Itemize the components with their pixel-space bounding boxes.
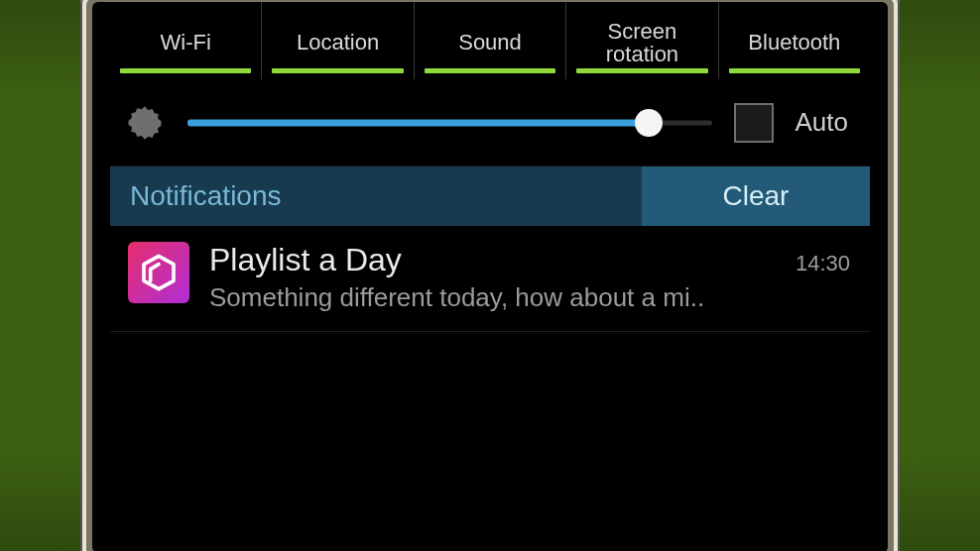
active-indicator — [576, 68, 707, 73]
app-icon — [128, 242, 189, 303]
brightness-row: Auto — [110, 79, 870, 166]
gear-icon — [124, 102, 166, 144]
notification-item[interactable]: Playlist a Day 14:30 Something different… — [110, 226, 870, 332]
quick-toggle-label: Screen rotation — [606, 20, 678, 65]
auto-brightness-label: Auto — [796, 107, 849, 138]
notifications-header: Notifications Clear — [110, 166, 870, 226]
notification-time: 14:30 — [796, 251, 850, 276]
active-indicator — [729, 68, 860, 73]
active-indicator — [120, 68, 251, 73]
svg-marker-0 — [144, 256, 174, 288]
notification-body: Playlist a Day 14:30 Something different… — [209, 242, 850, 313]
quick-toggle-bluetooth[interactable]: Bluetooth — [719, 2, 870, 79]
brightness-slider[interactable] — [187, 108, 712, 138]
phone-bezel: Wi-Fi Location Sound Screen rotation — [92, 2, 888, 551]
quick-toggle-screen-rotation[interactable]: Screen rotation — [566, 2, 718, 79]
notification-app-name: Playlist a Day — [209, 242, 402, 278]
slider-fill — [187, 119, 649, 126]
auto-brightness-checkbox[interactable] — [734, 103, 774, 143]
notification-text: Something different today, how about a m… — [209, 278, 850, 313]
screen: Wi-Fi Location Sound Screen rotation — [110, 2, 870, 551]
clear-button[interactable]: Clear — [642, 166, 870, 226]
active-indicator — [272, 68, 403, 73]
phone-frame-inner: Wi-Fi Location Sound Screen rotation — [86, 0, 894, 551]
notifications-title: Notifications — [110, 166, 642, 226]
quick-toggle-label: Location — [297, 31, 379, 54]
quick-toggle-wifi[interactable]: Wi-Fi — [110, 2, 262, 79]
quick-toggle-sound[interactable]: Sound — [415, 2, 566, 79]
active-indicator — [425, 68, 555, 73]
quick-toggle-location[interactable]: Location — [262, 2, 414, 79]
slider-thumb[interactable] — [635, 109, 663, 137]
quick-toggle-label: Wi-Fi — [161, 31, 211, 54]
quick-settings-row: Wi-Fi Location Sound Screen rotation — [110, 2, 870, 79]
quick-toggle-label: Bluetooth — [748, 31, 840, 54]
phone-frame: Wi-Fi Location Sound Screen rotation — [80, 0, 900, 551]
quick-toggle-label: Sound — [458, 31, 522, 54]
